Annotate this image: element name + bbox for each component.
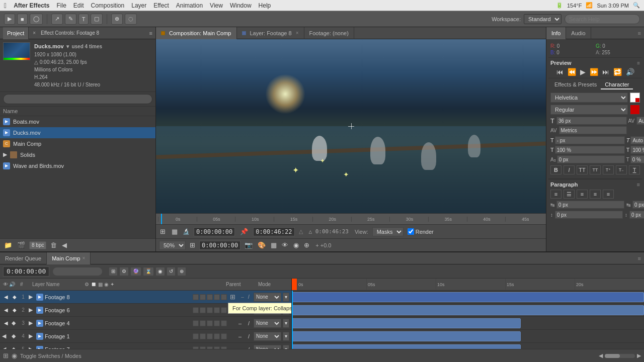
track-bar-4[interactable] [292,331,521,341]
toggle-switches-label[interactable]: Toggle Switches / Modes [20,353,82,359]
menu-animation[interactable]: Animation [176,2,203,9]
delete-btn[interactable]: 🗑 [49,240,58,250]
search-help-input[interactable] [565,14,640,24]
sw-3-1[interactable] [193,320,199,326]
space-before-input[interactable] [555,211,623,219]
prev-sound-btn[interactable]: 🔊 [625,68,635,76]
edit-btn-1[interactable]: / [248,294,252,300]
font-size-input[interactable] [556,117,627,125]
layer-row-4[interactable]: ◀◆ 4 ▶ ▶ Footage 1 –/ None ▾ [0,330,291,343]
panel-menu-btn[interactable]: ≡ [149,30,152,36]
tsumi-input[interactable] [557,155,625,163]
current-time-display[interactable]: 0:00:00:00 [194,227,235,236]
left-indent-input[interactable] [556,201,624,209]
sw-2-3[interactable] [207,307,213,313]
mode-select-4[interactable]: None [254,332,281,341]
sw-3-4[interactable] [214,320,220,326]
font-style-select[interactable]: Regular [550,105,628,115]
file-item-ducks[interactable]: ▶ Ducks.mov [0,127,155,138]
mode-btn-3[interactable]: ▾ [283,319,289,328]
sw-2-4[interactable] [214,307,220,313]
timeline-panel-menu[interactable]: ≡ [635,255,644,261]
expand-arrow-2[interactable]: ▶ [29,307,35,313]
align-left-btn[interactable]: ≡ [550,190,561,199]
new-comp-btn[interactable]: 🎬 [16,240,26,250]
sw-3-3[interactable] [207,320,213,326]
mode-select-1[interactable]: None [254,293,281,302]
kerning-input[interactable] [636,117,644,125]
bpc-badge[interactable]: 8 bpc [29,241,46,249]
mode-btn-2[interactable]: ▾ [283,306,289,315]
effects-tab-effects[interactable]: Effects & Presets [550,80,601,89]
justify-all-btn[interactable]: ≡ [603,190,614,199]
menu-layer[interactable]: Layer [131,2,146,9]
grid2-btn[interactable]: ▦ [270,241,278,249]
sw-1-4[interactable] [214,294,220,300]
tl-btn-7[interactable]: ⊕ [177,267,186,276]
menu-file[interactable]: File [56,2,66,9]
expand-arrow[interactable]: ▶ [3,151,7,158]
toolbar-pen-tool[interactable]: ✎ [65,14,76,25]
panel-close-btn[interactable]: × [33,30,36,36]
parent-btn-3[interactable]: – [238,320,247,326]
layer-row-2[interactable]: ◀ ◆ 2 ▶ ▶ Footage 6 – / [0,304,291,317]
resolution-btn[interactable]: ▦ [171,228,179,235]
leading-h-input[interactable] [555,146,625,154]
sw-3-5[interactable] [221,320,227,326]
motion-blur-btn[interactable]: ◉ [292,241,300,249]
mode-btn-1[interactable]: ▾ [283,293,289,302]
track-bar-1[interactable] [292,292,644,302]
tab-audio[interactable]: Audio [566,27,591,39]
menu-composition[interactable]: Composition [91,2,125,9]
tl-zoom-out[interactable]: ◀ [599,352,603,359]
new-folder-btn[interactable]: 📁 [3,240,13,250]
track-bar-5[interactable] [292,344,521,349]
expand-arrow-1[interactable]: ▶ [29,294,35,300]
tab-footage[interactable]: Footage: (none) [304,27,354,39]
color-picker-btn2[interactable] [630,105,640,115]
tl-zoom-in[interactable]: ▶ [637,352,641,359]
space-after-input[interactable] [629,211,644,219]
tab-close-btn[interactable]: × [296,30,299,36]
parent-btn-2[interactable]: – [238,307,247,313]
e4[interactable]: ▶ [29,333,35,339]
right-panel-menu[interactable]: ≡ [635,30,644,36]
sw-2-5[interactable] [221,307,227,313]
workspace-select[interactable]: Standard [524,14,561,24]
toolbar-text-tool[interactable]: T [78,14,89,25]
zoom-select[interactable]: 50% [159,241,186,250]
toolbar-btn-2[interactable]: ■ [17,14,28,25]
track-bar-3[interactable] [292,318,521,328]
file-item-maincomp[interactable]: C Main Comp [0,138,155,149]
prev-first-btn[interactable]: ⏮ [555,68,565,76]
color-picker-btn[interactable]: 🎨 [257,241,267,249]
menu-effect[interactable]: Effect [153,2,169,9]
project-search-input[interactable] [3,94,152,104]
edit-btn-3[interactable]: / [248,320,252,326]
italic-btn[interactable]: I [564,165,575,174]
arrow-btn[interactable]: ◀ [61,240,68,250]
grid-btn[interactable]: ⊞ [189,241,196,249]
scale-h-input[interactable] [555,136,625,144]
sw-2-2[interactable] [200,307,206,313]
tl-zoom-slider[interactable] [605,354,635,358]
sw-3-2[interactable] [200,320,206,326]
view-mode-select[interactable]: Masks [372,227,404,236]
mode-select-5[interactable]: None [254,345,281,349]
sw-1-1[interactable] [193,294,199,300]
super-btn[interactable]: T⁺ [603,165,614,174]
timeline-search-input[interactable] [52,267,103,276]
menu-help[interactable]: Help [259,2,271,9]
toolbar-anchor-tool[interactable]: ⊕ [111,14,123,25]
mode-select-2[interactable]: None [254,306,281,315]
edit-btn-2[interactable]: / [248,307,252,313]
font-select[interactable]: Helvetica [550,93,628,103]
sw-1-3[interactable] [207,294,213,300]
baseline-input[interactable] [630,146,644,154]
tl-btn-2[interactable]: ⚙ [119,267,129,276]
indent-input[interactable] [630,155,644,163]
layer-row-1[interactable]: ◀ ◆ 1 ▶ ▶ Footage 8 ⊞ [0,291,291,304]
tl-btn-1[interactable]: ⊞ [109,267,118,276]
menu-view[interactable]: View [210,2,223,9]
file-item-solids[interactable]: ▶ Solids [0,149,155,160]
